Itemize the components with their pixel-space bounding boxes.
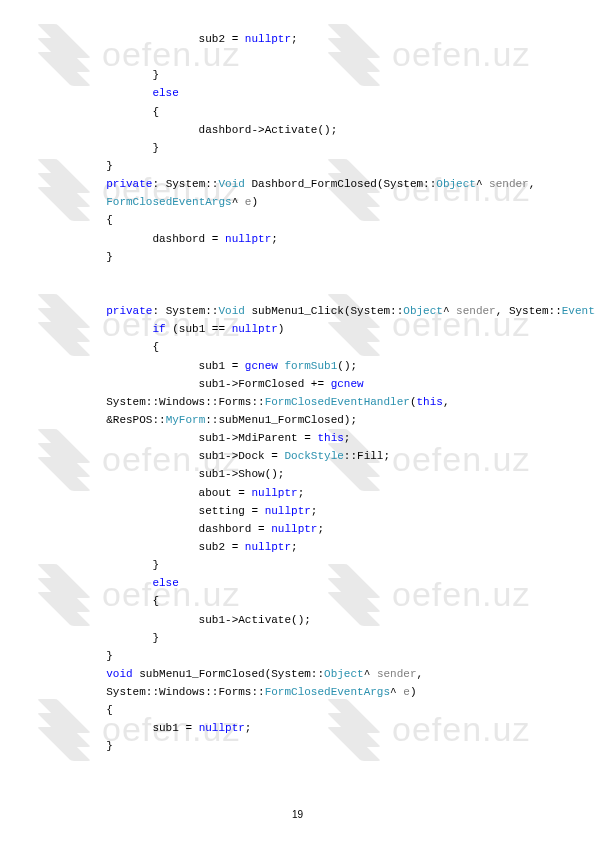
code-text: Dashbord_FormClosed(System:: [245, 178, 436, 190]
type-myform: MyForm [166, 414, 206, 426]
code-text: about = [60, 487, 251, 499]
code-text: subMenu1_FormClosed(System:: [133, 668, 324, 680]
code-text: &ResPOS:: [60, 414, 166, 426]
code-text: { [60, 341, 159, 353]
code-text: } [60, 142, 159, 154]
type-formclosedeventargs: FormClosedEventArgs [265, 686, 390, 698]
code-text: } [60, 251, 113, 263]
code-text: ::Fill; [344, 450, 390, 462]
keyword-nullptr: nullptr [245, 541, 291, 553]
code-text [60, 668, 106, 680]
code-text: ::subMenu1_FormClosed); [205, 414, 357, 426]
code-text: dashbord = [60, 523, 271, 535]
keyword-nullptr: nullptr [245, 33, 291, 45]
code-text: sub1->Dock = [60, 450, 284, 462]
code-text: ; [298, 487, 305, 499]
code-text: sub1 = [60, 360, 245, 372]
code-text: sub2 = [60, 541, 245, 553]
code-text: } [60, 632, 159, 644]
keyword-if: if [152, 323, 165, 335]
type-object: Object [324, 668, 364, 680]
code-text: sub1 = [60, 722, 199, 734]
code-text: , [416, 668, 429, 680]
type-void: Void [218, 178, 244, 190]
type-dockstyle: DockStyle [284, 450, 343, 462]
code-text: } [60, 69, 159, 81]
code-text [60, 577, 152, 589]
code-text: sub1->Show(); [60, 468, 284, 480]
keyword-nullptr: nullptr [225, 233, 271, 245]
keyword-private: private [106, 178, 152, 190]
code-text: setting = [60, 505, 265, 517]
keyword-else: else [152, 87, 178, 99]
code-text: System::Windows::Forms:: [60, 686, 265, 698]
code-text: subMenu1_Click(System:: [245, 305, 403, 317]
code-text: ^ [476, 178, 489, 190]
code-text: ; [245, 722, 252, 734]
type-object: Object [403, 305, 443, 317]
code-text [60, 178, 106, 190]
code-text: ) [251, 196, 258, 208]
keyword-void: void [106, 668, 132, 680]
code-content: sub2 = nullptr; } else { dashbord->Activ… [0, 0, 595, 756]
type-formclosedeventhandler: FormClosedEventHandler [265, 396, 410, 408]
code-text: ^ [232, 196, 245, 208]
code-text [60, 305, 106, 317]
keyword-nullptr: nullptr [251, 487, 297, 499]
keyword-nullptr: nullptr [271, 523, 317, 535]
code-text: , [443, 396, 456, 408]
code-text: { [60, 595, 159, 607]
code-text: , [529, 178, 542, 190]
code-text: sub1->MdiParent = [60, 432, 317, 444]
code-text: ; [344, 432, 351, 444]
keyword-else: else [152, 577, 178, 589]
code-text: } [60, 740, 113, 752]
code-text: System::Windows::Forms:: [60, 396, 265, 408]
type-object: Object [436, 178, 476, 190]
code-text [60, 87, 152, 99]
keyword-nullptr: nullptr [232, 323, 278, 335]
code-text: ^ [390, 686, 403, 698]
code-text: { [60, 106, 159, 118]
keyword-nullptr: nullptr [199, 722, 245, 734]
code-text: ; [291, 33, 298, 45]
code-text: : System:: [152, 305, 218, 317]
code-text: { [60, 214, 113, 226]
code-text: } [60, 160, 113, 172]
keyword-nullptr: nullptr [265, 505, 311, 517]
code-text: ) [278, 323, 285, 335]
keyword-this: this [416, 396, 442, 408]
keyword-this: this [317, 432, 343, 444]
code-text [60, 323, 152, 335]
type-void: Void [218, 305, 244, 317]
code-text: ) [410, 686, 417, 698]
code-text: { [60, 704, 113, 716]
param-sender: sender [489, 178, 529, 190]
code-text: ; [291, 541, 298, 553]
code-text: ^ [443, 305, 456, 317]
param-sender: sender [456, 305, 496, 317]
code-text [60, 196, 106, 208]
code-text: sub1->FormClosed += [60, 378, 331, 390]
code-text: dashbord->Activate(); [60, 124, 337, 136]
code-text: ^ [364, 668, 377, 680]
code-text: sub2 = [60, 33, 245, 45]
keyword-private: private [106, 305, 152, 317]
type-eventargs: EventArgs [562, 305, 595, 317]
keyword-gcnew: gcnew [331, 378, 364, 390]
code-text: sub1->Activate(); [60, 614, 311, 626]
code-text: dashbord = [60, 233, 225, 245]
code-text: , System:: [496, 305, 562, 317]
code-text: ; [317, 523, 324, 535]
code-text: (); [337, 360, 357, 372]
page-number: 19 [0, 809, 595, 820]
code-text: ; [311, 505, 318, 517]
code-text: ; [271, 233, 278, 245]
type-formsub1: formSub1 [284, 360, 337, 372]
code-text: } [60, 650, 113, 662]
type-formclosedeventargs: FormClosedEventArgs [106, 196, 231, 208]
param-sender: sender [377, 668, 417, 680]
code-text: } [60, 559, 159, 571]
code-text: : System:: [152, 178, 218, 190]
keyword-gcnew: gcnew [245, 360, 278, 372]
